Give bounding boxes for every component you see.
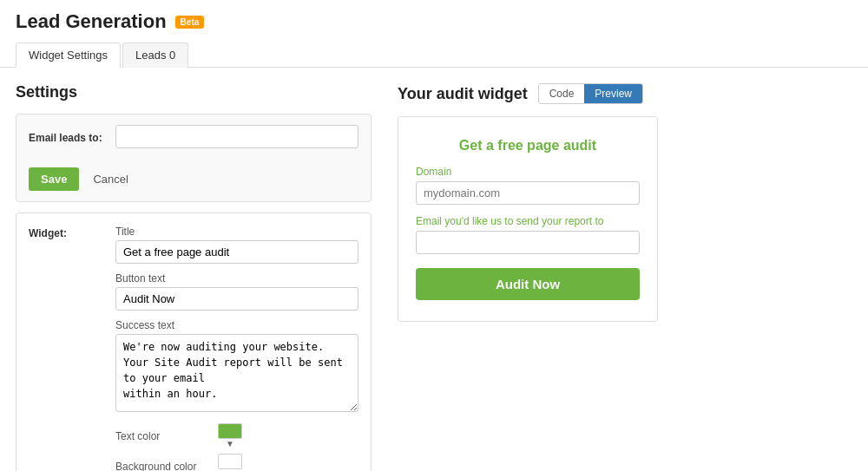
email-section: Email leads to: Save Cancel — [16, 114, 372, 202]
audit-now-button[interactable]: Audit Now — [416, 268, 640, 300]
audit-widget-preview: Get a free page audit Domain Email you'd… — [398, 116, 658, 322]
tab-widget-settings[interactable]: Widget Settings — [16, 43, 121, 68]
tab-bar: Widget Settings Leads 0 — [16, 42, 852, 67]
text-color-row: Text color ▼ — [115, 423, 358, 448]
left-panel: Settings Email leads to: Save Cancel Wid… — [16, 83, 372, 471]
text-color-chevron: ▼ — [226, 440, 234, 448]
page-title: Lead Generation — [16, 10, 167, 33]
email-row: Email leads to: — [16, 114, 371, 159]
text-color-label: Text color — [115, 430, 211, 442]
widget-label: Widget: — [29, 226, 107, 239]
audit-email-input[interactable] — [416, 231, 640, 254]
widget-preview-header: Your audit widget Code Preview — [398, 83, 852, 104]
settings-heading: Settings — [16, 83, 372, 101]
bg-color-swatch[interactable] — [218, 454, 242, 469]
bg-color-swatch-wrapper[interactable]: ▼ — [218, 454, 242, 471]
preview-button[interactable]: Preview — [584, 84, 642, 103]
widget-title-input[interactable] — [115, 240, 358, 264]
widget-preview-title: Your audit widget — [398, 85, 528, 103]
button-text-field-label: Button text — [115, 272, 358, 285]
audit-email-label: Email you'd like us to send your report … — [416, 215, 640, 227]
title-area: Lead Generation Beta — [16, 10, 852, 33]
widget-section: Widget: Title Button text Success text T… — [16, 213, 372, 471]
audit-domain-input[interactable] — [416, 181, 640, 205]
bg-color-label: Background color — [115, 461, 211, 472]
text-color-swatch-wrapper[interactable]: ▼ — [218, 423, 242, 448]
code-button[interactable]: Code — [539, 84, 585, 103]
email-cancel-button[interactable]: Cancel — [86, 167, 135, 191]
bg-color-row: Background color ▼ — [115, 454, 358, 471]
success-text-field-label: Success text — [115, 319, 358, 331]
page-header: Lead Generation Beta Widget Settings Lea… — [0, 0, 868, 68]
widget-row: Widget: Title Button text Success text T… — [16, 213, 371, 471]
text-color-swatch[interactable] — [218, 423, 242, 439]
audit-widget-title: Get a free page audit — [416, 138, 640, 154]
view-toggle: Code Preview — [538, 83, 643, 104]
right-panel: Your audit widget Code Preview Get a fre… — [398, 83, 852, 471]
email-buttons: Save Cancel — [16, 167, 371, 201]
email-input[interactable] — [115, 125, 358, 148]
color-options: Text color ▼ Background color ▼ — [115, 423, 358, 471]
widget-button-text-input[interactable] — [115, 287, 358, 311]
email-buttons-row: Save Cancel — [29, 167, 358, 191]
title-field-label: Title — [115, 226, 358, 238]
beta-badge: Beta — [175, 16, 205, 29]
email-save-button[interactable]: Save — [29, 167, 79, 191]
main-content: Settings Email leads to: Save Cancel Wid… — [0, 68, 868, 471]
widget-success-text-input[interactable] — [115, 334, 358, 412]
tab-leads[interactable]: Leads 0 — [122, 43, 188, 68]
email-label: Email leads to: — [29, 130, 107, 144]
audit-domain-label: Domain — [416, 166, 640, 178]
widget-content: Title Button text Success text Text colo… — [115, 226, 358, 471]
